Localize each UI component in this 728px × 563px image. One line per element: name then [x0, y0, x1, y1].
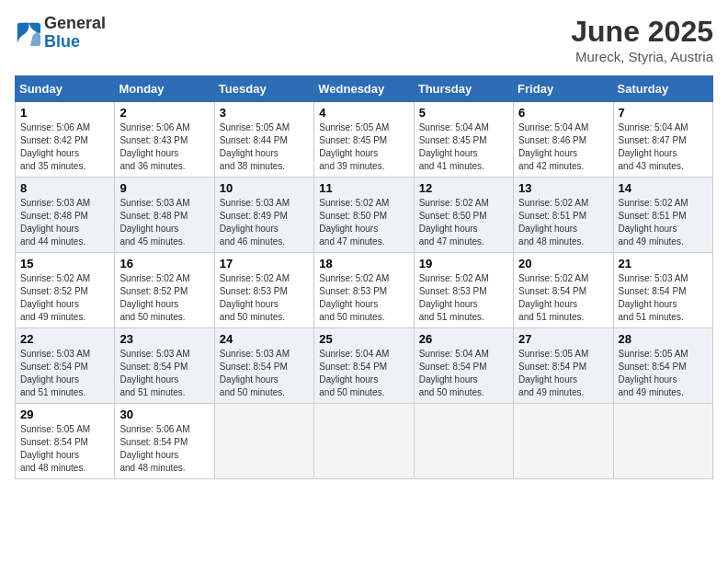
- col-wednesday: Wednesday: [314, 76, 414, 102]
- calendar-week-row: 29 Sunrise: 5:05 AM Sunset: 8:54 PM Dayl…: [16, 404, 713, 479]
- day-info: Sunrise: 5:06 AM Sunset: 8:42 PM Dayligh…: [20, 121, 109, 173]
- day-number: 19: [419, 257, 508, 270]
- day-info: Sunrise: 5:02 AM Sunset: 8:50 PM Dayligh…: [319, 197, 408, 248]
- day-info: Sunrise: 5:02 AM Sunset: 8:52 PM Dayligh…: [119, 272, 209, 324]
- day-number: 27: [518, 332, 608, 346]
- day-info: Sunrise: 5:03 AM Sunset: 8:54 PM Dayligh…: [20, 348, 109, 399]
- day-cell: 25 Sunrise: 5:04 AM Sunset: 8:54 PM Dayl…: [314, 328, 414, 404]
- empty-cell: [514, 404, 613, 479]
- calendar-week-row: 15 Sunrise: 5:02 AM Sunset: 8:52 PM Dayl…: [16, 253, 713, 328]
- day-number: 10: [220, 181, 309, 195]
- day-number: 26: [419, 332, 508, 346]
- day-number: 12: [419, 181, 508, 195]
- day-number: 21: [619, 257, 708, 270]
- day-number: 5: [419, 106, 508, 120]
- day-info: Sunrise: 5:02 AM Sunset: 8:53 PM Dayligh…: [319, 272, 408, 324]
- day-cell: 23 Sunrise: 5:03 AM Sunset: 8:54 PM Dayl…: [115, 328, 214, 404]
- col-tuesday: Tuesday: [214, 76, 313, 102]
- calendar-week-row: 8 Sunrise: 5:03 AM Sunset: 8:48 PM Dayli…: [16, 178, 713, 253]
- day-number: 13: [518, 181, 608, 195]
- day-cell: 17 Sunrise: 5:02 AM Sunset: 8:53 PM Dayl…: [214, 253, 313, 328]
- day-info: Sunrise: 5:04 AM Sunset: 8:46 PM Dayligh…: [518, 121, 608, 173]
- day-info: Sunrise: 5:05 AM Sunset: 8:44 PM Dayligh…: [220, 121, 309, 173]
- logo: General Blue: [15, 15, 106, 52]
- empty-cell: [314, 404, 414, 479]
- day-cell: 20 Sunrise: 5:02 AM Sunset: 8:54 PM Dayl…: [514, 253, 613, 328]
- day-info: Sunrise: 5:05 AM Sunset: 8:45 PM Dayligh…: [319, 121, 408, 173]
- calendar-table: Sunday Monday Tuesday Wednesday Thursday…: [15, 75, 713, 479]
- day-cell: 3 Sunrise: 5:05 AM Sunset: 8:44 PM Dayli…: [214, 102, 313, 178]
- day-number: 28: [619, 332, 708, 346]
- logo-icon: [15, 20, 40, 46]
- day-number: 14: [619, 181, 708, 195]
- day-cell: 12 Sunrise: 5:02 AM Sunset: 8:50 PM Dayl…: [414, 178, 513, 253]
- col-saturday: Saturday: [613, 76, 712, 102]
- day-cell: 15 Sunrise: 5:02 AM Sunset: 8:52 PM Dayl…: [16, 253, 115, 328]
- day-cell: 19 Sunrise: 5:02 AM Sunset: 8:53 PM Dayl…: [414, 253, 513, 328]
- day-info: Sunrise: 5:03 AM Sunset: 8:48 PM Dayligh…: [20, 197, 109, 248]
- day-cell: 26 Sunrise: 5:04 AM Sunset: 8:54 PM Dayl…: [414, 328, 513, 404]
- day-number: 22: [20, 332, 109, 346]
- day-cell: 7 Sunrise: 5:04 AM Sunset: 8:47 PM Dayli…: [613, 102, 712, 178]
- day-number: 15: [20, 257, 109, 270]
- day-number: 20: [518, 257, 608, 270]
- day-number: 7: [619, 106, 708, 120]
- calendar-header-row: Sunday Monday Tuesday Wednesday Thursday…: [16, 76, 713, 102]
- day-info: Sunrise: 5:02 AM Sunset: 8:51 PM Dayligh…: [518, 197, 608, 248]
- day-cell: 29 Sunrise: 5:05 AM Sunset: 8:54 PM Dayl…: [16, 404, 115, 479]
- day-info: Sunrise: 5:05 AM Sunset: 8:54 PM Dayligh…: [518, 348, 608, 399]
- day-number: 11: [319, 181, 408, 195]
- day-number: 16: [119, 257, 209, 270]
- day-cell: 6 Sunrise: 5:04 AM Sunset: 8:46 PM Dayli…: [514, 102, 613, 178]
- day-cell: 13 Sunrise: 5:02 AM Sunset: 8:51 PM Dayl…: [514, 178, 613, 253]
- day-info: Sunrise: 5:02 AM Sunset: 8:50 PM Dayligh…: [419, 197, 508, 248]
- day-cell: 28 Sunrise: 5:05 AM Sunset: 8:54 PM Dayl…: [613, 328, 712, 404]
- col-friday: Friday: [514, 76, 613, 102]
- day-cell: 16 Sunrise: 5:02 AM Sunset: 8:52 PM Dayl…: [115, 253, 214, 328]
- empty-cell: [214, 404, 313, 479]
- calendar-title: June 2025: [571, 15, 713, 49]
- day-cell: 11 Sunrise: 5:02 AM Sunset: 8:50 PM Dayl…: [314, 178, 414, 253]
- day-cell: 10 Sunrise: 5:03 AM Sunset: 8:49 PM Dayl…: [214, 178, 313, 253]
- day-cell: 22 Sunrise: 5:03 AM Sunset: 8:54 PM Dayl…: [16, 328, 115, 404]
- day-number: 1: [20, 106, 109, 120]
- logo-text: General Blue: [44, 15, 106, 52]
- day-cell: 1 Sunrise: 5:06 AM Sunset: 8:42 PM Dayli…: [16, 102, 115, 178]
- day-info: Sunrise: 5:05 AM Sunset: 8:54 PM Dayligh…: [619, 348, 708, 399]
- day-number: 30: [119, 408, 209, 421]
- day-cell: 14 Sunrise: 5:02 AM Sunset: 8:51 PM Dayl…: [613, 178, 712, 253]
- day-cell: 30 Sunrise: 5:06 AM Sunset: 8:54 PM Dayl…: [115, 404, 214, 479]
- day-cell: 24 Sunrise: 5:03 AM Sunset: 8:54 PM Dayl…: [214, 328, 313, 404]
- day-info: Sunrise: 5:04 AM Sunset: 8:47 PM Dayligh…: [619, 121, 708, 173]
- day-cell: 9 Sunrise: 5:03 AM Sunset: 8:48 PM Dayli…: [115, 178, 214, 253]
- day-info: Sunrise: 5:02 AM Sunset: 8:51 PM Dayligh…: [619, 197, 708, 248]
- day-cell: 5 Sunrise: 5:04 AM Sunset: 8:45 PM Dayli…: [414, 102, 513, 178]
- day-info: Sunrise: 5:02 AM Sunset: 8:54 PM Dayligh…: [518, 272, 608, 324]
- day-info: Sunrise: 5:04 AM Sunset: 8:45 PM Dayligh…: [419, 121, 508, 173]
- day-info: Sunrise: 5:02 AM Sunset: 8:53 PM Dayligh…: [220, 272, 309, 324]
- day-number: 24: [220, 332, 309, 346]
- col-sunday: Sunday: [16, 76, 115, 102]
- day-number: 9: [119, 181, 209, 195]
- empty-cell: [613, 404, 712, 479]
- day-cell: 4 Sunrise: 5:05 AM Sunset: 8:45 PM Dayli…: [314, 102, 414, 178]
- day-info: Sunrise: 5:03 AM Sunset: 8:49 PM Dayligh…: [220, 197, 309, 248]
- day-info: Sunrise: 5:04 AM Sunset: 8:54 PM Dayligh…: [319, 348, 408, 399]
- day-info: Sunrise: 5:03 AM Sunset: 8:54 PM Dayligh…: [119, 348, 209, 399]
- col-monday: Monday: [115, 76, 214, 102]
- day-number: 4: [319, 106, 408, 120]
- day-number: 29: [20, 408, 109, 421]
- day-info: Sunrise: 5:03 AM Sunset: 8:54 PM Dayligh…: [220, 348, 309, 399]
- calendar-subtitle: Mureck, Styria, Austria: [571, 49, 713, 64]
- day-info: Sunrise: 5:04 AM Sunset: 8:54 PM Dayligh…: [419, 348, 508, 399]
- day-cell: 27 Sunrise: 5:05 AM Sunset: 8:54 PM Dayl…: [514, 328, 613, 404]
- day-number: 2: [119, 106, 209, 120]
- empty-cell: [414, 404, 513, 479]
- title-area: June 2025 Mureck, Styria, Austria: [571, 15, 713, 64]
- day-number: 6: [518, 106, 608, 120]
- day-info: Sunrise: 5:03 AM Sunset: 8:54 PM Dayligh…: [619, 272, 708, 324]
- day-cell: 8 Sunrise: 5:03 AM Sunset: 8:48 PM Dayli…: [16, 178, 115, 253]
- day-info: Sunrise: 5:06 AM Sunset: 8:54 PM Dayligh…: [119, 423, 209, 475]
- day-cell: 18 Sunrise: 5:02 AM Sunset: 8:53 PM Dayl…: [314, 253, 414, 328]
- col-thursday: Thursday: [414, 76, 513, 102]
